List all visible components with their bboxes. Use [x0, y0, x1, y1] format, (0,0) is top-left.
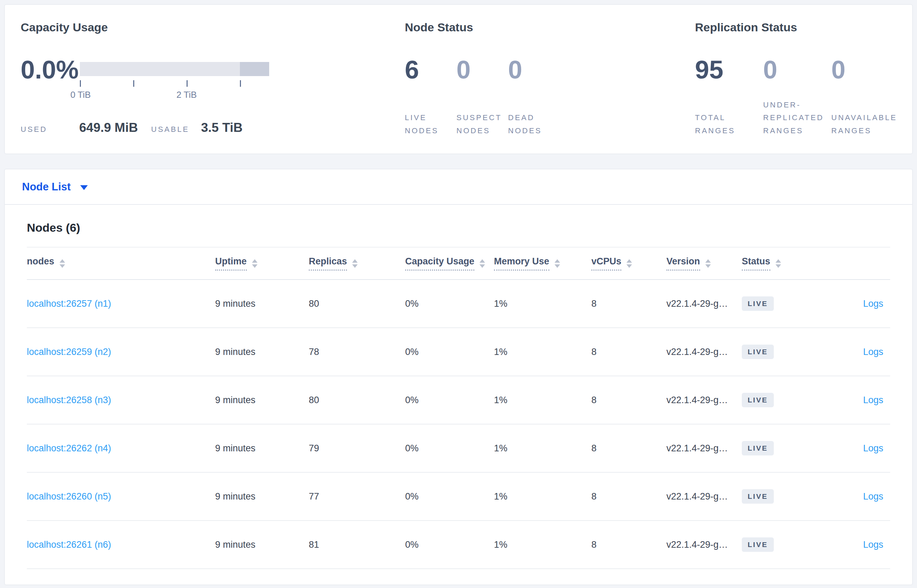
column-label: Status [742, 256, 770, 271]
column-header[interactable]: Memory Use [494, 256, 591, 271]
vcpus-cell: 8 [591, 443, 667, 454]
replicas-cell: 78 [309, 347, 405, 357]
logs-link[interactable]: Logs [863, 443, 883, 453]
stat-unavailable-ranges: 0 UNAVAILABLE RANGES [831, 57, 899, 137]
version-cell: v22.1.4-29-g… [667, 491, 742, 502]
table-row: localhost:26261 (n6) 9 minutes 81 0% 1% … [27, 521, 890, 569]
stat-value: 95 [695, 57, 763, 82]
column-header[interactable]: Uptime [215, 256, 309, 271]
stat-value: 0 [763, 57, 831, 82]
vcpus-cell: 8 [591, 491, 667, 502]
node-link[interactable]: localhost:26261 (n6) [27, 540, 111, 550]
vcpus-cell: 8 [591, 347, 667, 357]
memory-cell: 1% [494, 540, 591, 550]
nodes-table: Nodes (6) nodes Uptime Replicas Capacity… [5, 221, 912, 569]
column-label: Capacity Usage [405, 256, 474, 271]
replication-status-stats: 95 TOTAL RANGES 0 UNDER-REPLICATED RANGE… [695, 57, 899, 137]
logs-link[interactable]: Logs [863, 299, 883, 309]
sort-icon [60, 259, 65, 268]
node-link[interactable]: localhost:26262 (n4) [27, 443, 111, 453]
status-badge: LIVE [742, 345, 774, 359]
logs-link[interactable]: Logs [863, 540, 883, 550]
node-list-dropdown[interactable]: Node List [5, 170, 912, 205]
stat-label: SUSPECT NODES [457, 111, 508, 137]
column-label: Version [667, 256, 700, 271]
logs-link[interactable]: Logs [863, 395, 883, 405]
stat-label: DEAD NODES [508, 111, 560, 137]
memory-cell: 1% [494, 491, 591, 502]
sort-icon [252, 259, 257, 268]
replicas-cell: 80 [309, 395, 405, 405]
column-header[interactable]: Status [742, 256, 815, 271]
column-header[interactable]: nodes [27, 256, 215, 271]
column-label: Memory Use [494, 256, 549, 271]
status-badge: LIVE [742, 537, 774, 552]
column-header[interactable]: vCPUs [591, 256, 667, 271]
stat-value: 0 [457, 57, 508, 82]
node-link[interactable]: localhost:26258 (n3) [27, 395, 111, 405]
memory-cell: 1% [494, 347, 591, 357]
replication-status-title: Replication Status [695, 21, 797, 34]
uptime-cell: 9 minutes [215, 347, 309, 357]
column-label: vCPUs [591, 256, 621, 271]
sort-icon [479, 259, 485, 268]
sort-icon [555, 259, 560, 268]
version-cell: v22.1.4-29-g… [667, 395, 742, 405]
capacity-usage-footer: USED 649.9 MiB USABLE 3.5 TiB [21, 121, 243, 136]
axis-tick [133, 80, 134, 87]
nodes-table-body: localhost:26257 (n1) 9 minutes 80 0% 1% … [27, 280, 890, 569]
column-header[interactable]: Replicas [309, 256, 405, 271]
uptime-cell: 9 minutes [215, 491, 309, 502]
replicas-cell: 79 [309, 443, 405, 454]
stat-label: UNDER-REPLICATED RANGES [763, 99, 831, 137]
stat-total-ranges: 95 TOTAL RANGES [695, 57, 763, 137]
column-header[interactable]: Capacity Usage [405, 256, 494, 271]
version-cell: v22.1.4-29-g… [667, 540, 742, 550]
logs-link[interactable]: Logs [863, 491, 883, 502]
cluster-summary-card: Capacity Usage 0.0% 0 TiB 2 TiB USED 649… [4, 4, 913, 154]
sort-icon [352, 259, 358, 268]
node-status-title: Node Status [405, 21, 473, 34]
usable-label: USABLE [151, 123, 201, 136]
column-label: Uptime [215, 256, 247, 271]
table-row: localhost:26262 (n4) 9 minutes 79 0% 1% … [27, 425, 890, 473]
capacity-cell: 0% [405, 395, 494, 405]
memory-cell: 1% [494, 443, 591, 454]
capacity-cell: 0% [405, 299, 494, 309]
replicas-cell: 81 [309, 540, 405, 550]
capacity-used-percent: 0.0% [21, 57, 79, 82]
node-list-card: Node List Nodes (6) nodes Uptime Replica… [4, 169, 913, 585]
node-link[interactable]: localhost:26259 (n2) [27, 347, 111, 357]
chevron-down-icon [80, 185, 88, 190]
sort-icon [626, 259, 632, 268]
sort-icon [705, 259, 711, 268]
uptime-cell: 9 minutes [215, 299, 309, 309]
vcpus-cell: 8 [591, 299, 667, 309]
axis-tick [240, 80, 241, 87]
node-link[interactable]: localhost:26257 (n1) [27, 299, 111, 309]
status-badge: LIVE [742, 296, 774, 311]
node-list-dropdown-label: Node List [22, 181, 71, 193]
node-link[interactable]: localhost:26260 (n5) [27, 491, 111, 502]
capacity-bar-dark-segment [240, 62, 269, 76]
column-label: Replicas [309, 256, 347, 271]
version-cell: v22.1.4-29-g… [667, 299, 742, 309]
memory-cell: 1% [494, 395, 591, 405]
replicas-cell: 77 [309, 491, 405, 502]
stat-value: 0 [831, 57, 899, 82]
stat-value: 0 [508, 57, 560, 82]
table-row: localhost:26259 (n2) 9 minutes 78 0% 1% … [27, 328, 890, 376]
capacity-cell: 0% [405, 491, 494, 502]
stat-suspect-nodes: 0 SUSPECT NODES [457, 57, 508, 137]
logs-link[interactable]: Logs [863, 347, 883, 357]
stat-under-replicated-ranges: 0 UNDER-REPLICATED RANGES [763, 57, 831, 137]
used-label: USED [21, 123, 79, 136]
replicas-cell: 80 [309, 299, 405, 309]
column-header[interactable]: Version [667, 256, 742, 271]
uptime-cell: 9 minutes [215, 540, 309, 550]
memory-cell: 1% [494, 299, 591, 309]
stat-dead-nodes: 0 DEAD NODES [508, 57, 560, 137]
axis-tick [80, 80, 81, 87]
sort-icon [775, 259, 781, 268]
vcpus-cell: 8 [591, 540, 667, 550]
